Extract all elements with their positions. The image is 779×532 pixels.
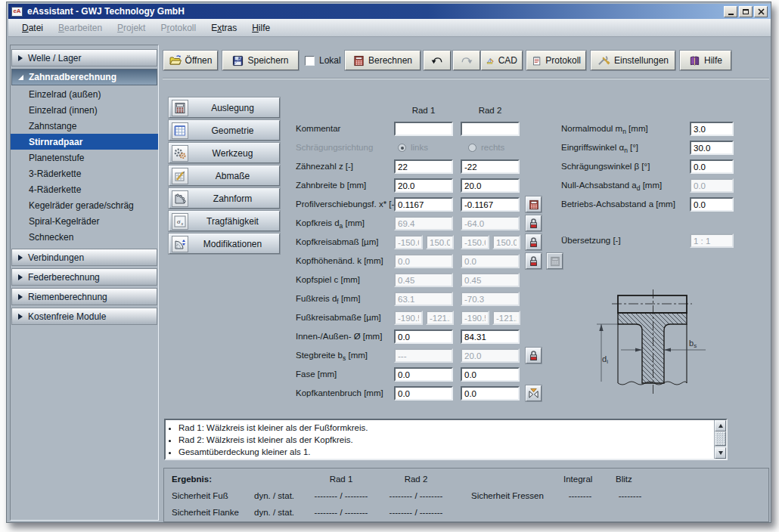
- message-line: Rad 1: Wälzkreis ist kleiner als der Fuß…: [178, 422, 726, 434]
- arrow-up-icon: [718, 424, 723, 428]
- label-kopfkantenbruch: Kopfkantenbruch [mm]: [296, 388, 383, 397]
- menu-extras[interactable]: Extras: [203, 20, 244, 36]
- kopfkreis-rad2-input: [461, 216, 520, 230]
- window-title: eAssistant - GWJ Technology GmbH: [27, 6, 722, 17]
- lock-icon: [529, 218, 538, 229]
- uebersetzung-input: [690, 234, 734, 248]
- kopfhoehenaenderung-lock-button[interactable]: [526, 253, 542, 269]
- menu-projekt: Projekt: [110, 20, 153, 36]
- menu-bar: Datei Bearbeiten Projekt Protokoll Extra…: [8, 19, 771, 37]
- local-checkbox[interactable]: [305, 56, 315, 66]
- local-checkbox-label: Lokal: [319, 55, 341, 66]
- calculator-icon: [550, 256, 560, 267]
- fusskreisabmasse-rad1-min-input: [394, 311, 423, 325]
- kopfhoehenaenderung-rad2-input: [461, 254, 520, 268]
- expanded-arrow-icon: [18, 75, 23, 80]
- scroll-up-button[interactable]: [715, 420, 726, 431]
- innen-aussen-rad1-input[interactable]: [394, 329, 453, 344]
- gear-cross-section-drawing: di bs: [591, 286, 757, 407]
- save-button[interactable]: Speichern: [222, 51, 299, 70]
- fase-rad1-input[interactable]: [394, 367, 453, 382]
- notepad-icon: [532, 55, 542, 66]
- menu-hilfe[interactable]: Hilfe: [244, 20, 278, 36]
- results-flanke-dyn-stat: dyn. / stat.: [254, 508, 294, 517]
- kopfkreis-lock-button[interactable]: [526, 215, 542, 231]
- param-row-null-achsabstand: Null-Achsabstand ad [mm]: [7, 178, 771, 193]
- sidebar-group-welle-lager[interactable]: Welle / Lager: [11, 49, 157, 66]
- fusskreisabmasse-rad1-max-input: [426, 311, 454, 325]
- param-row-schraegungswinkel: Schrägungswinkel β [°]: [7, 159, 771, 175]
- results-fuss-rad1-value: -------- / --------: [307, 491, 375, 500]
- web-width-dimension-label: bs: [689, 339, 697, 349]
- results-row-flanke-label: Sicherheit Flanke: [172, 508, 239, 517]
- redo-icon: [460, 56, 473, 66]
- redo-button: [453, 51, 480, 70]
- label-stegbreite: Stegbreite bs [mm]: [296, 351, 368, 362]
- kopfspiel-rad2-input: [461, 273, 520, 287]
- nav-auslegung-button[interactable]: Auslegung: [169, 97, 280, 118]
- settings-button[interactable]: Einstellungen: [591, 51, 675, 70]
- eingriffswinkel-input[interactable]: [690, 141, 734, 155]
- undo-button[interactable]: [424, 51, 451, 70]
- kopfhoehenaenderung-calculator-button: [547, 253, 563, 269]
- close-button[interactable]: [754, 6, 768, 17]
- maximize-button[interactable]: [739, 6, 753, 17]
- menu-protokoll: Protokoll: [153, 20, 203, 36]
- results-col-blitz: Blitz: [616, 475, 632, 484]
- label-fusskreisabmasse: Fußkreisabmaße [µm]: [296, 313, 381, 322]
- sidebar-item-einzelrad-innen[interactable]: Einzelrad (innen): [11, 102, 158, 118]
- title-bar: eA eAssistant - GWJ Technology GmbH: [8, 4, 771, 19]
- label-kopfhoehenaenderung: Kopfhöhenänd. k [mm]: [296, 256, 383, 265]
- kopfkantenbruch-rad2-input[interactable]: [461, 386, 520, 401]
- collapsed-arrow-icon: [18, 55, 23, 61]
- scroll-thumb[interactable]: [715, 431, 726, 446]
- results-flanke-rad2-value: -------- / --------: [382, 508, 450, 517]
- floppy-disk-icon: [232, 55, 244, 66]
- menu-bearbeiten: Bearbeiten: [51, 20, 110, 36]
- param-row-betriebs-achsabstand: Betriebs-Achsabstand a [mm]: [7, 197, 771, 212]
- normalmodul-input[interactable]: [690, 122, 734, 136]
- sidebar-group-label: Zahnradberechnung: [29, 72, 116, 82]
- fusskreis-rad2-input: [461, 292, 520, 306]
- inner-diameter-dimension-label: di: [602, 354, 608, 365]
- open-button[interactable]: Öffnen: [163, 51, 218, 70]
- fase-rad2-input[interactable]: [461, 367, 520, 382]
- innen-aussen-rad2-input[interactable]: [461, 329, 520, 344]
- messages-box: Rad 1: Wälzkreis ist kleiner als der Fuß…: [164, 419, 728, 460]
- stegbreite-lock-button[interactable]: [526, 348, 542, 363]
- calculate-button[interactable]: Berechnen: [345, 51, 421, 70]
- tools-icon: [597, 55, 610, 66]
- sidebar-group-zahnradberechnung[interactable]: Zahnradberechnung: [11, 69, 157, 85]
- help-button[interactable]: Hilfe: [680, 51, 731, 70]
- fusskreis-rad1-input: [394, 292, 453, 306]
- messages-scrollbar[interactable]: [714, 420, 726, 459]
- schraegungswinkel-input[interactable]: [690, 159, 734, 174]
- app-window: eA eAssistant - GWJ Technology GmbH Date…: [6, 2, 771, 523]
- stegbreite-rad1-input: [394, 348, 453, 363]
- lock-icon: [529, 255, 538, 267]
- kopfhoehenaenderung-rad1-input: [394, 254, 453, 268]
- maximize-icon: [743, 9, 749, 14]
- book-icon: [689, 55, 700, 66]
- sidebar-group-label: Welle / Lager: [28, 53, 81, 63]
- menu-datei[interactable]: Datei: [14, 20, 51, 36]
- kopfkantenbruch-chamfer-button[interactable]: [526, 385, 542, 401]
- column-header-rad2: Rad 2: [461, 106, 520, 115]
- results-fuss-rad2-value: -------- / --------: [382, 491, 450, 500]
- results-fressen-integral-value: --------: [560, 491, 600, 500]
- scroll-down-button[interactable]: [715, 447, 726, 459]
- betriebs-achsabstand-input[interactable]: [690, 197, 734, 212]
- undo-icon: [430, 56, 444, 66]
- results-flanke-rad1-value: -------- / --------: [307, 508, 375, 517]
- minimize-button[interactable]: [724, 6, 737, 17]
- kopfkantenbruch-rad1-input[interactable]: [394, 386, 453, 401]
- results-col-integral: Integral: [563, 475, 592, 484]
- protocol-button[interactable]: Protokoll: [526, 51, 586, 70]
- minimize-icon: [728, 14, 734, 15]
- sidebar-item-einzelrad-aussen[interactable]: Einzelrad (außen): [11, 86, 158, 102]
- cad-button[interactable]: CAD: [481, 51, 523, 70]
- fusskreisabmasse-rad2-max-input: [492, 311, 520, 325]
- local-option: Lokal: [305, 51, 341, 70]
- param-row-eingriffswinkel: Eingriffswinkel αn [°]: [7, 141, 771, 156]
- kopfkreis-rad1-input: [394, 216, 453, 230]
